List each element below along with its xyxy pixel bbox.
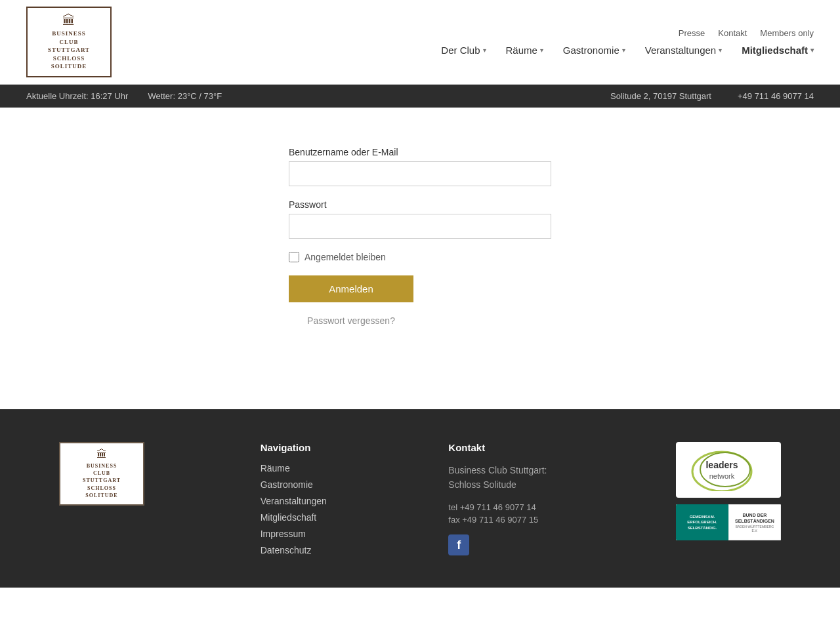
main-content: Benutzername oder E-Mail Passwort Angeme…: [0, 108, 840, 409]
bund-left: GEMEINSAM. ERFOLGREICH. SELBSTÄNDIG.: [676, 504, 728, 540]
password-label: Passwort: [289, 199, 551, 210]
chevron-down-icon: ▾: [622, 47, 625, 54]
svg-text:leaders: leaders: [705, 460, 738, 470]
header: 🏛 BUSINESS CLUB STUTTGART SCHLOSS SOLITU…: [0, 0, 840, 85]
footer-nav-item: Veranstaltungen: [261, 496, 366, 507]
password-input[interactable]: [289, 214, 551, 239]
footer-contact-title: Kontakt: [448, 442, 593, 453]
chevron-down-icon: ▾: [540, 47, 543, 54]
footer-logo[interactable]: 🏛 BUSINESS CLUB STUTTGART SCHLOSS SOLITU…: [59, 442, 144, 506]
footer-nav-item: Impressum: [261, 529, 366, 540]
bund-left-text: GEMEINSAM. ERFOLGREICH. SELBSTÄNDIG.: [687, 514, 717, 531]
main-nav: Der Club ▾ Räume ▾ Gastronomie ▾ Veranst…: [441, 45, 814, 56]
footer-nav-title: Navigation: [261, 442, 366, 453]
presse-link[interactable]: Presse: [679, 28, 705, 38]
remember-checkbox[interactable]: [289, 252, 299, 262]
chevron-down-icon: ▾: [483, 47, 486, 54]
footer-nav-col: Navigation Räume Gastronomie Veranstaltu…: [261, 442, 366, 561]
nav-der-club[interactable]: Der Club ▾: [441, 45, 486, 56]
username-input[interactable]: [289, 161, 551, 186]
nav-gastronomie[interactable]: Gastronomie ▾: [563, 45, 625, 56]
remember-group: Angemeldet bleiben: [289, 252, 551, 262]
footer-nav-impressum[interactable]: Impressum: [261, 529, 306, 539]
footer-nav-raeume[interactable]: Räume: [261, 463, 290, 473]
info-bar-left: Aktuelle Uhrzeit: 16:27 Uhr Wetter: 23°C…: [26, 91, 222, 101]
nav-raeume[interactable]: Räume ▾: [506, 45, 543, 56]
password-group: Passwort: [289, 199, 551, 239]
bund-right-sub: BADEN-WÜRTTEMBERG E.V.: [732, 525, 777, 533]
kontakt-link[interactable]: Kontakt: [718, 28, 747, 38]
footer-tel: tel +49 711 46 9077 14: [448, 502, 593, 512]
footer-nav-datenschutz[interactable]: Datenschutz: [261, 545, 312, 555]
facebook-icon[interactable]: f: [448, 534, 469, 555]
footer-fax: fax +49 711 46 9077 15: [448, 515, 593, 525]
footer-nav-item: Datenschutz: [261, 545, 366, 556]
info-bar-right: Solitude 2, 70197 Stuttgart +49 711 46 9…: [610, 91, 814, 101]
leaders-network-svg: leaders network: [689, 449, 768, 491]
chevron-down-icon: ▾: [810, 47, 814, 54]
footer-logo-text: BUSINESS CLUB STUTTGART SCHLOSS SOLITUDE: [68, 462, 135, 499]
footer-social: f: [448, 534, 593, 555]
info-bar: Aktuelle Uhrzeit: 16:27 Uhr Wetter: 23°C…: [0, 85, 840, 108]
forgot-password-link: Passwort vergessen?: [289, 315, 413, 326]
footer-logos-col: leaders network GEMEINSAM. ERFOLGREICH. …: [676, 442, 781, 561]
footer-nav-mitgliedschaft[interactable]: Mitgliedschaft: [261, 512, 317, 523]
site-logo[interactable]: 🏛 BUSINESS CLUB STUTTGART SCHLOSS SOLITU…: [26, 7, 112, 77]
footer-inner: 🏛 BUSINESS CLUB STUTTGART SCHLOSS SOLITU…: [59, 442, 781, 561]
logo-icon: 🏛: [35, 13, 102, 28]
footer-nav-list: Räume Gastronomie Veranstaltungen Mitgli…: [261, 463, 366, 556]
footer-nav-item: Gastronomie: [261, 479, 366, 491]
nav-veranstaltungen[interactable]: Veranstaltungen ▾: [645, 45, 722, 56]
username-label: Benutzername oder E-Mail: [289, 147, 551, 157]
footer: 🏛 BUSINESS CLUB STUTTGART SCHLOSS SOLITU…: [0, 409, 840, 588]
bund-right: BUND DER SELBSTÄNDIGEN BADEN-WÜRTTEMBERG…: [728, 504, 781, 540]
header-right: Presse Kontakt Members only Der Club ▾ R…: [441, 28, 814, 56]
nav-mitgliedschaft[interactable]: Mitgliedschaft ▾: [742, 45, 814, 56]
time-display: Aktuelle Uhrzeit: 16:27 Uhr: [26, 91, 128, 101]
remember-label[interactable]: Angemeldet bleiben: [304, 252, 386, 262]
logo-text: BUSINESS CLUB STUTTGART SCHLOSS SOLITUDE: [35, 30, 102, 71]
footer-nav-gastronomie[interactable]: Gastronomie: [261, 479, 313, 490]
address-display: Solitude 2, 70197 Stuttgart: [610, 91, 711, 101]
top-links: Presse Kontakt Members only: [679, 28, 814, 38]
footer-logo-col: 🏛 BUSINESS CLUB STUTTGART SCHLOSS SOLITU…: [59, 442, 177, 561]
bund-right-text: BUND DER SELBSTÄNDIGEN: [735, 512, 774, 525]
footer-nav-item: Räume: [261, 463, 366, 474]
chevron-down-icon: ▾: [719, 47, 722, 54]
footer-logo-icon: 🏛: [68, 449, 135, 460]
footer-contact-col: Kontakt Business Club Stuttgart: Schloss…: [448, 442, 593, 561]
footer-nav-item: Mitgliedschaft: [261, 512, 366, 523]
login-form: Benutzername oder E-Mail Passwort Angeme…: [289, 147, 551, 370]
leaders-network-logo[interactable]: leaders network: [676, 442, 781, 498]
logo-area: 🏛 BUSINESS CLUB STUTTGART SCHLOSS SOLITU…: [26, 7, 112, 77]
weather-display: Wetter: 23°C / 73°F: [148, 91, 222, 101]
bund-logo[interactable]: GEMEINSAM. ERFOLGREICH. SELBSTÄNDIG. BUN…: [676, 504, 781, 540]
footer-nav-veranstaltungen[interactable]: Veranstaltungen: [261, 496, 327, 506]
phone-display: +49 711 46 9077 14: [738, 91, 814, 101]
login-button[interactable]: Anmelden: [289, 275, 413, 302]
svg-text:network: network: [709, 472, 735, 480]
username-group: Benutzername oder E-Mail: [289, 147, 551, 186]
forgot-password-anchor[interactable]: Passwort vergessen?: [307, 315, 395, 326]
members-link[interactable]: Members only: [760, 28, 814, 38]
footer-contact-name: Business Club Stuttgart: Schloss Solitud…: [448, 463, 593, 492]
